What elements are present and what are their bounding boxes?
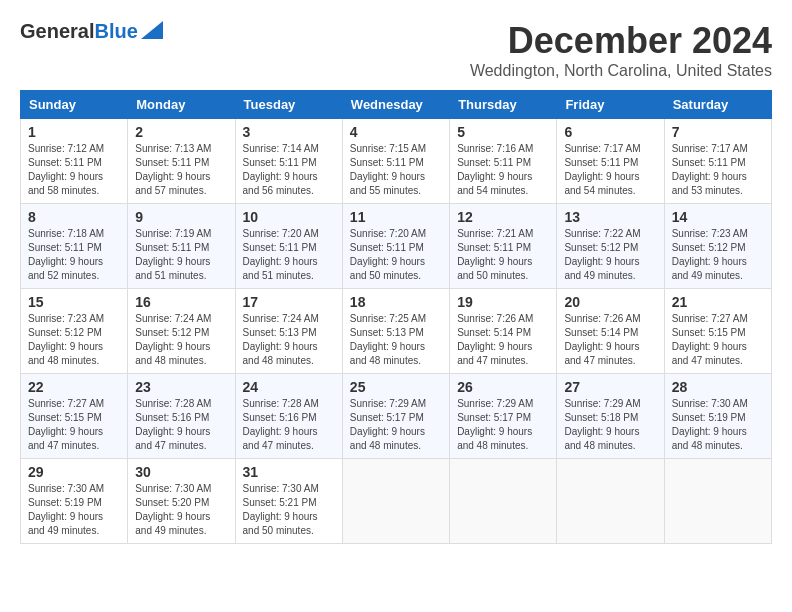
day-number: 12 bbox=[457, 209, 549, 225]
day-info: Sunrise: 7:23 AM Sunset: 5:12 PM Dayligh… bbox=[28, 312, 120, 368]
day-info: Sunrise: 7:26 AM Sunset: 5:14 PM Dayligh… bbox=[564, 312, 656, 368]
day-info: Sunrise: 7:28 AM Sunset: 5:16 PM Dayligh… bbox=[243, 397, 335, 453]
day-info: Sunrise: 7:23 AM Sunset: 5:12 PM Dayligh… bbox=[672, 227, 764, 283]
day-number: 18 bbox=[350, 294, 442, 310]
calendar-cell: 6Sunrise: 7:17 AM Sunset: 5:11 PM Daylig… bbox=[557, 119, 664, 204]
day-number: 21 bbox=[672, 294, 764, 310]
calendar-cell bbox=[342, 459, 449, 544]
calendar-cell bbox=[450, 459, 557, 544]
day-number: 27 bbox=[564, 379, 656, 395]
day-info: Sunrise: 7:22 AM Sunset: 5:12 PM Dayligh… bbox=[564, 227, 656, 283]
month-title: December 2024 bbox=[470, 20, 772, 62]
calendar-cell: 24Sunrise: 7:28 AM Sunset: 5:16 PM Dayli… bbox=[235, 374, 342, 459]
calendar-cell: 9Sunrise: 7:19 AM Sunset: 5:11 PM Daylig… bbox=[128, 204, 235, 289]
calendar-week-row: 22Sunrise: 7:27 AM Sunset: 5:15 PM Dayli… bbox=[21, 374, 772, 459]
day-of-week-sunday: Sunday bbox=[21, 91, 128, 119]
day-number: 9 bbox=[135, 209, 227, 225]
page-header: General Blue December 2024 Weddington, N… bbox=[20, 20, 772, 80]
logo-general: General bbox=[20, 20, 94, 43]
calendar-week-row: 15Sunrise: 7:23 AM Sunset: 5:12 PM Dayli… bbox=[21, 289, 772, 374]
day-info: Sunrise: 7:26 AM Sunset: 5:14 PM Dayligh… bbox=[457, 312, 549, 368]
calendar-cell bbox=[664, 459, 771, 544]
day-number: 4 bbox=[350, 124, 442, 140]
calendar-cell: 30Sunrise: 7:30 AM Sunset: 5:20 PM Dayli… bbox=[128, 459, 235, 544]
day-number: 22 bbox=[28, 379, 120, 395]
calendar-cell: 18Sunrise: 7:25 AM Sunset: 5:13 PM Dayli… bbox=[342, 289, 449, 374]
day-info: Sunrise: 7:16 AM Sunset: 5:11 PM Dayligh… bbox=[457, 142, 549, 198]
day-number: 1 bbox=[28, 124, 120, 140]
day-info: Sunrise: 7:30 AM Sunset: 5:19 PM Dayligh… bbox=[28, 482, 120, 538]
calendar-week-row: 1Sunrise: 7:12 AM Sunset: 5:11 PM Daylig… bbox=[21, 119, 772, 204]
day-number: 11 bbox=[350, 209, 442, 225]
calendar-cell: 31Sunrise: 7:30 AM Sunset: 5:21 PM Dayli… bbox=[235, 459, 342, 544]
calendar-cell: 28Sunrise: 7:30 AM Sunset: 5:19 PM Dayli… bbox=[664, 374, 771, 459]
logo: General Blue bbox=[20, 20, 163, 43]
day-info: Sunrise: 7:28 AM Sunset: 5:16 PM Dayligh… bbox=[135, 397, 227, 453]
day-of-week-saturday: Saturday bbox=[664, 91, 771, 119]
calendar-cell: 21Sunrise: 7:27 AM Sunset: 5:15 PM Dayli… bbox=[664, 289, 771, 374]
day-info: Sunrise: 7:12 AM Sunset: 5:11 PM Dayligh… bbox=[28, 142, 120, 198]
day-info: Sunrise: 7:24 AM Sunset: 5:13 PM Dayligh… bbox=[243, 312, 335, 368]
day-number: 14 bbox=[672, 209, 764, 225]
calendar-cell: 7Sunrise: 7:17 AM Sunset: 5:11 PM Daylig… bbox=[664, 119, 771, 204]
day-number: 30 bbox=[135, 464, 227, 480]
day-number: 28 bbox=[672, 379, 764, 395]
calendar-cell: 1Sunrise: 7:12 AM Sunset: 5:11 PM Daylig… bbox=[21, 119, 128, 204]
calendar-cell: 27Sunrise: 7:29 AM Sunset: 5:18 PM Dayli… bbox=[557, 374, 664, 459]
day-number: 29 bbox=[28, 464, 120, 480]
day-info: Sunrise: 7:29 AM Sunset: 5:17 PM Dayligh… bbox=[457, 397, 549, 453]
day-number: 24 bbox=[243, 379, 335, 395]
calendar-cell: 5Sunrise: 7:16 AM Sunset: 5:11 PM Daylig… bbox=[450, 119, 557, 204]
day-info: Sunrise: 7:25 AM Sunset: 5:13 PM Dayligh… bbox=[350, 312, 442, 368]
day-number: 31 bbox=[243, 464, 335, 480]
day-number: 6 bbox=[564, 124, 656, 140]
day-number: 2 bbox=[135, 124, 227, 140]
calendar-cell: 19Sunrise: 7:26 AM Sunset: 5:14 PM Dayli… bbox=[450, 289, 557, 374]
calendar-cell: 13Sunrise: 7:22 AM Sunset: 5:12 PM Dayli… bbox=[557, 204, 664, 289]
calendar-table: SundayMondayTuesdayWednesdayThursdayFrid… bbox=[20, 90, 772, 544]
day-number: 19 bbox=[457, 294, 549, 310]
calendar-cell: 14Sunrise: 7:23 AM Sunset: 5:12 PM Dayli… bbox=[664, 204, 771, 289]
day-number: 3 bbox=[243, 124, 335, 140]
day-number: 7 bbox=[672, 124, 764, 140]
day-of-week-friday: Friday bbox=[557, 91, 664, 119]
day-number: 16 bbox=[135, 294, 227, 310]
day-info: Sunrise: 7:17 AM Sunset: 5:11 PM Dayligh… bbox=[564, 142, 656, 198]
logo-arrow-icon bbox=[141, 21, 163, 39]
day-info: Sunrise: 7:18 AM Sunset: 5:11 PM Dayligh… bbox=[28, 227, 120, 283]
day-number: 5 bbox=[457, 124, 549, 140]
title-section: December 2024 Weddington, North Carolina… bbox=[470, 20, 772, 80]
calendar-header-row: SundayMondayTuesdayWednesdayThursdayFrid… bbox=[21, 91, 772, 119]
day-number: 15 bbox=[28, 294, 120, 310]
day-info: Sunrise: 7:14 AM Sunset: 5:11 PM Dayligh… bbox=[243, 142, 335, 198]
calendar-cell: 8Sunrise: 7:18 AM Sunset: 5:11 PM Daylig… bbox=[21, 204, 128, 289]
day-info: Sunrise: 7:30 AM Sunset: 5:20 PM Dayligh… bbox=[135, 482, 227, 538]
calendar-cell: 20Sunrise: 7:26 AM Sunset: 5:14 PM Dayli… bbox=[557, 289, 664, 374]
calendar-cell: 11Sunrise: 7:20 AM Sunset: 5:11 PM Dayli… bbox=[342, 204, 449, 289]
calendar-cell bbox=[557, 459, 664, 544]
day-info: Sunrise: 7:19 AM Sunset: 5:11 PM Dayligh… bbox=[135, 227, 227, 283]
day-info: Sunrise: 7:24 AM Sunset: 5:12 PM Dayligh… bbox=[135, 312, 227, 368]
day-info: Sunrise: 7:30 AM Sunset: 5:19 PM Dayligh… bbox=[672, 397, 764, 453]
day-number: 17 bbox=[243, 294, 335, 310]
day-info: Sunrise: 7:21 AM Sunset: 5:11 PM Dayligh… bbox=[457, 227, 549, 283]
calendar-cell: 10Sunrise: 7:20 AM Sunset: 5:11 PM Dayli… bbox=[235, 204, 342, 289]
calendar-cell: 17Sunrise: 7:24 AM Sunset: 5:13 PM Dayli… bbox=[235, 289, 342, 374]
calendar-cell: 16Sunrise: 7:24 AM Sunset: 5:12 PM Dayli… bbox=[128, 289, 235, 374]
calendar-cell: 12Sunrise: 7:21 AM Sunset: 5:11 PM Dayli… bbox=[450, 204, 557, 289]
calendar-cell: 15Sunrise: 7:23 AM Sunset: 5:12 PM Dayli… bbox=[21, 289, 128, 374]
calendar-cell: 22Sunrise: 7:27 AM Sunset: 5:15 PM Dayli… bbox=[21, 374, 128, 459]
day-number: 13 bbox=[564, 209, 656, 225]
day-info: Sunrise: 7:13 AM Sunset: 5:11 PM Dayligh… bbox=[135, 142, 227, 198]
day-info: Sunrise: 7:15 AM Sunset: 5:11 PM Dayligh… bbox=[350, 142, 442, 198]
logo-blue: Blue bbox=[94, 20, 137, 43]
day-of-week-tuesday: Tuesday bbox=[235, 91, 342, 119]
day-number: 23 bbox=[135, 379, 227, 395]
calendar-cell: 2Sunrise: 7:13 AM Sunset: 5:11 PM Daylig… bbox=[128, 119, 235, 204]
calendar-cell: 25Sunrise: 7:29 AM Sunset: 5:17 PM Dayli… bbox=[342, 374, 449, 459]
day-number: 26 bbox=[457, 379, 549, 395]
calendar-cell: 26Sunrise: 7:29 AM Sunset: 5:17 PM Dayli… bbox=[450, 374, 557, 459]
calendar-week-row: 29Sunrise: 7:30 AM Sunset: 5:19 PM Dayli… bbox=[21, 459, 772, 544]
location: Weddington, North Carolina, United State… bbox=[470, 62, 772, 80]
calendar-week-row: 8Sunrise: 7:18 AM Sunset: 5:11 PM Daylig… bbox=[21, 204, 772, 289]
